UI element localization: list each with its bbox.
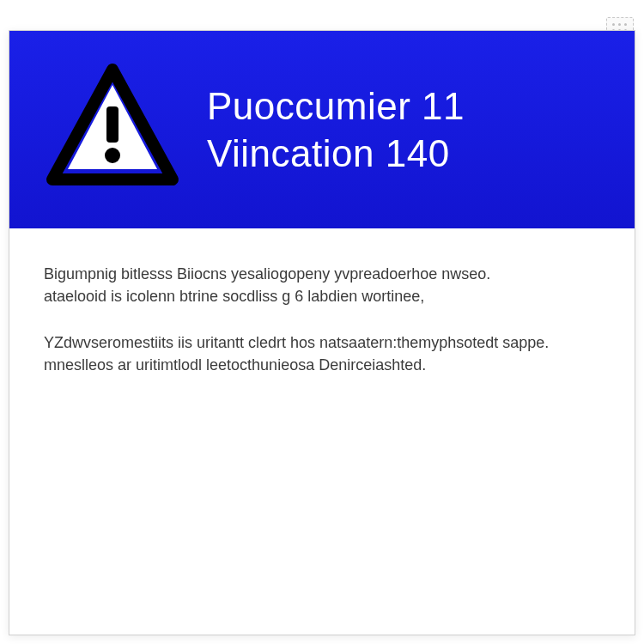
svg-point-1	[105, 148, 120, 163]
svg-rect-0	[106, 106, 118, 143]
alert-banner: Puoccumier 11 Viincation 140	[9, 31, 635, 228]
alert-body: Bigumpnig bitlesss Biiocns yesaliogopeny…	[9, 228, 635, 376]
body-p1-line1: Bigumpnig bitlesss Biiocns yesaliogopeny…	[44, 263, 600, 285]
banner-title-line1: Puoccumier 11	[207, 82, 600, 130]
body-paragraph-1: Bigumpnig bitlesss Biiocns yesaliogopeny…	[44, 263, 600, 307]
alert-window: Puoccumier 11 Viincation 140 Bigumpnig b…	[9, 30, 635, 635]
body-paragraph-2: YZdwvseromestiits iis uritantt cledrt ho…	[44, 331, 600, 376]
banner-title-line2: Viincation 140	[207, 130, 600, 177]
body-p2-line1: YZdwvseromestiits iis uritantt cledrt ho…	[44, 331, 600, 354]
body-p2-line2: mneslleos ar uritimtlodl leetocthunieosa…	[44, 354, 600, 376]
banner-title-group: Puoccumier 11 Viincation 140	[207, 82, 600, 177]
body-p1-line2: ataelooid is icolenn btrine socdliss g 6…	[44, 285, 600, 307]
warning-triangle-icon	[44, 59, 181, 200]
